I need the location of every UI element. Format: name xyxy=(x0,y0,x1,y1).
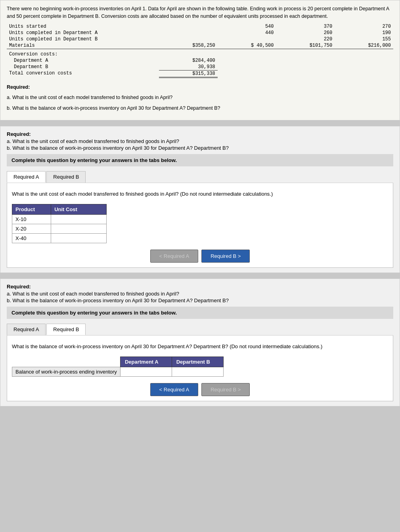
btn-next-mid[interactable]: Required B > xyxy=(201,250,250,263)
dept-a-input-cell[interactable] xyxy=(120,367,172,376)
question-b-text: What is the balance of work-in-process i… xyxy=(12,340,388,353)
part-a-top: a. What is the unit cost of each model t… xyxy=(7,94,393,101)
table-row-conversion-header: Conversion costs: xyxy=(7,49,393,57)
row-x10: X-10 xyxy=(12,214,107,224)
x40-materials: $216,000 xyxy=(335,42,393,49)
dept-b-balance-input[interactable] xyxy=(175,369,219,375)
label-materials: Materials xyxy=(7,42,159,49)
unit-cost-x20-input[interactable] xyxy=(54,226,102,232)
unit-cost-table: Product Unit Cost X-10 X-20 xyxy=(12,204,107,243)
label-total-conversion: Total conversion costs xyxy=(7,70,159,77)
complete-instruction-bottom: Complete this question by entering your … xyxy=(7,307,393,319)
product-x20: X-20 xyxy=(12,224,51,233)
bottom-section: Required: a. What is the unit cost of ea… xyxy=(0,278,400,406)
label-completed-b: Units completed in Department B xyxy=(7,36,159,42)
x20-completed-b: 220 xyxy=(276,36,335,42)
table-row-completed-a: Units completed in Department A 440 260 … xyxy=(7,30,393,36)
required-questions-top: Required: a. What is the unit cost of ea… xyxy=(7,84,393,112)
label-dept-b: Department B xyxy=(7,64,159,71)
problem-section: There were no beginning work-in-process … xyxy=(0,0,400,120)
tab-required-a-mid[interactable]: Required A xyxy=(7,171,46,183)
bottom-part-a: a. What is the unit cost of each model t… xyxy=(7,291,393,297)
table-row-materials: Materials $358,250 $ 40,500 $101,750 $21… xyxy=(7,42,393,49)
tab-required-b-bottom[interactable]: Required B xyxy=(46,324,86,335)
mid-required-title: Required: xyxy=(7,131,393,137)
label-units-started: Units started xyxy=(7,23,159,30)
empty-header xyxy=(12,357,121,367)
tab-required-b-mid[interactable]: Required B xyxy=(46,171,86,183)
unit-cost-x10-input[interactable] xyxy=(54,216,102,222)
row-x20: X-20 xyxy=(12,224,107,233)
product-x40: X-40 xyxy=(12,233,51,243)
unit-cost-x40-cell[interactable] xyxy=(51,233,107,243)
x20-units-started: 370 xyxy=(276,23,335,30)
x40-completed-b: 155 xyxy=(335,36,393,42)
product-x10: X-10 xyxy=(12,214,51,224)
row-wip-balance: Balance of work-in-process ending invent… xyxy=(12,367,224,376)
table-row-dept-b: Department B 30,938 xyxy=(7,64,393,71)
label-dept-a: Department A xyxy=(7,57,159,64)
unit-cost-header-row: Product Unit Cost xyxy=(12,204,107,214)
dept-a-balance-input[interactable] xyxy=(124,369,167,375)
mid-part-a: a. What is the unit cost of each model t… xyxy=(7,138,393,144)
total-dept-a: $284,400 xyxy=(159,57,218,64)
nav-buttons-bottom: < Required A Required B > xyxy=(12,383,388,396)
unit-cost-x10-cell[interactable] xyxy=(51,214,107,224)
tabs-row-mid: Required A Required B xyxy=(7,171,393,183)
total-units-started xyxy=(159,23,218,30)
x40-units-started: 270 xyxy=(335,23,393,30)
row-x40: X-40 xyxy=(12,233,107,243)
x10-completed-a: 440 xyxy=(218,30,276,36)
tab-required-a-bottom[interactable]: Required A xyxy=(7,324,46,335)
question-a-text: What is the unit cost of each model tran… xyxy=(12,188,388,200)
unit-cost-x20-cell[interactable] xyxy=(51,224,107,233)
total-dept-b: 30,938 xyxy=(159,64,218,71)
col-product: Product xyxy=(12,204,51,214)
table-row-total-conversion: Total conversion costs $315,338 xyxy=(7,70,393,77)
total-materials: $358,250 xyxy=(159,42,218,49)
x10-materials: $ 40,500 xyxy=(218,42,276,49)
unit-cost-x40-input[interactable] xyxy=(54,235,102,241)
label-conversion-header: Conversion costs: xyxy=(7,49,159,57)
data-table: Units started 540 370 270 Units complete… xyxy=(7,23,393,78)
col-dept-a: Department A xyxy=(120,357,172,367)
bottom-required-title: Required: xyxy=(7,284,393,290)
bottom-part-b: b. What is the balance of work-in-proces… xyxy=(7,297,393,303)
label-completed-a: Units completed in Department A xyxy=(7,30,159,36)
table-row-units-started: Units started 540 370 270 xyxy=(7,23,393,30)
tab-content-b: What is the balance of work-in-process i… xyxy=(7,336,393,401)
mid-required-header: Required: a. What is the unit cost of ea… xyxy=(7,131,393,151)
dept-header-row: Department A Department B xyxy=(12,357,224,367)
middle-section: Required: a. What is the unit cost of ea… xyxy=(0,126,400,273)
x20-materials: $101,750 xyxy=(276,42,335,49)
btn-next-bottom: Required B > xyxy=(201,383,250,396)
btn-prev-mid[interactable]: < Required A xyxy=(150,250,199,263)
x10-units-started: 540 xyxy=(218,23,276,30)
col-dept-b: Department B xyxy=(172,357,223,367)
tab-content-a: What is the unit cost of each model tran… xyxy=(7,183,393,268)
total-conversion: $315,338 xyxy=(159,70,218,77)
bottom-required-header: Required: a. What is the unit cost of ea… xyxy=(7,284,393,303)
btn-prev-bottom[interactable]: < Required A xyxy=(150,383,199,396)
table-row-dept-a: Department A $284,400 xyxy=(7,57,393,64)
problem-description: There were no beginning work-in-process … xyxy=(7,5,393,20)
dept-table: Department A Department B Balance of wor… xyxy=(12,357,224,377)
tabs-row-bottom: Required A Required B xyxy=(7,324,393,336)
col-unit-cost: Unit Cost xyxy=(51,204,107,214)
table-row-completed-b: Units completed in Department B 220 155 xyxy=(7,36,393,42)
x40-completed-a: 190 xyxy=(335,30,393,36)
label-wip-balance: Balance of work-in-process ending invent… xyxy=(12,367,121,376)
nav-buttons-mid: < Required A Required B > xyxy=(12,250,388,263)
dept-b-input-cell[interactable] xyxy=(172,367,223,376)
complete-instruction-mid: Complete this question by entering your … xyxy=(7,154,393,166)
required-label-top: Required: xyxy=(7,84,393,91)
part-b-top: b. What is the balance of work-in-proces… xyxy=(7,105,393,112)
mid-part-b: b. What is the balance of work-in-proces… xyxy=(7,145,393,151)
x20-completed-a: 260 xyxy=(276,30,335,36)
